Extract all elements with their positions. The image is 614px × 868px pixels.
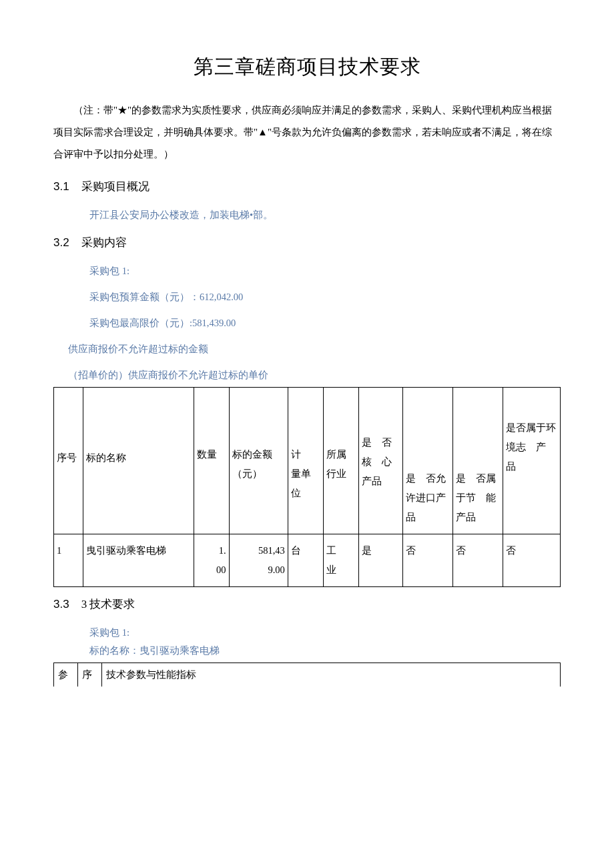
col-qty: 数量 [194,388,229,534]
table-row: 1 曳引驱动乘客电梯 1.00 581,439.00 台 工业 是 否 否 否 [54,534,561,587]
spec-col-1: 参 [54,663,78,687]
col-amount: 标的金额（元） [229,388,288,534]
col-import: 是 否允 许进口产品 [402,388,452,534]
cell-import: 否 [402,534,452,587]
cell-qty: 1.00 [194,534,229,587]
cell-core: 是 [358,534,402,587]
cell-unit: 台 [288,534,323,587]
col-core: 是 否核 心产品 [358,388,402,534]
col-energy: 是 否属 于节 能产品 [452,388,503,534]
ceiling-amount: 采购包最高限价（元）:581,439.00 [89,317,561,330]
cell-env: 否 [503,534,560,587]
cell-industry: 工业 [323,534,358,587]
col-industry: 所属行业 [323,388,358,534]
bid-name-line: 标的名称：曳引驱动乘客电梯 [89,644,561,657]
col-name: 标的名称 [83,388,194,534]
budget-amount: 采购包预算金额（元）：612,042.00 [89,291,561,304]
section-3-2-number: 3.2 [53,236,69,249]
project-overview: 开江县公安局办公楼改造，加装电梯•部。 [89,209,561,222]
note-paragraph: （注：带"★"的参数需求为实质性要求，供应商必须响应并满足的参数需求，采购人、采… [53,99,561,165]
spec-col-3: 技术参数与性能指标 [102,663,561,687]
package-label-2: 采购包 1: [89,626,561,639]
cell-seq: 1 [54,534,83,587]
table-header-row: 序号 标的名称 数量 标的金额（元） 计 量单位 所属行业 是 否核 心产品 是… [54,388,561,534]
items-table: 序号 标的名称 数量 标的金额（元） 计 量单位 所属行业 是 否核 心产品 是… [53,387,561,587]
section-3-1-number: 3.1 [53,180,69,193]
section-3-3-label: 3 技术要求 [81,598,135,610]
section-3-3-number: 3.3 [53,598,69,610]
col-env: 是否属于环境志 产 品 [503,388,560,534]
section-3-1-heading: 3.1采购项目概况 [53,179,561,194]
quote-rule-1: 供应商报价不允许超过标的金额 [68,343,561,356]
cell-energy: 否 [452,534,503,587]
col-seq: 序号 [54,388,83,534]
spec-table: 参 序 技术参数与性能指标 [53,663,561,687]
spec-header-row: 参 序 技术参数与性能指标 [54,663,561,687]
package-label: 采购包 1: [89,265,561,278]
cell-name: 曳引驱动乘客电梯 [83,534,194,587]
col-unit: 计 量单位 [288,388,323,534]
section-3-1-label: 采购项目概况 [81,180,149,193]
section-3-2-heading: 3.2采购内容 [53,235,561,250]
section-3-3-heading: 3.33 技术要求 [53,596,561,612]
spec-col-2: 序 [78,663,102,687]
cell-amount: 581,439.00 [229,534,288,587]
section-3-2-label: 采购内容 [81,236,127,249]
quote-rule-2: （招单价的）供应商报价不允许超过标的单价 [68,369,561,382]
page-title: 第三章磋商项目技术要求 [53,53,561,81]
